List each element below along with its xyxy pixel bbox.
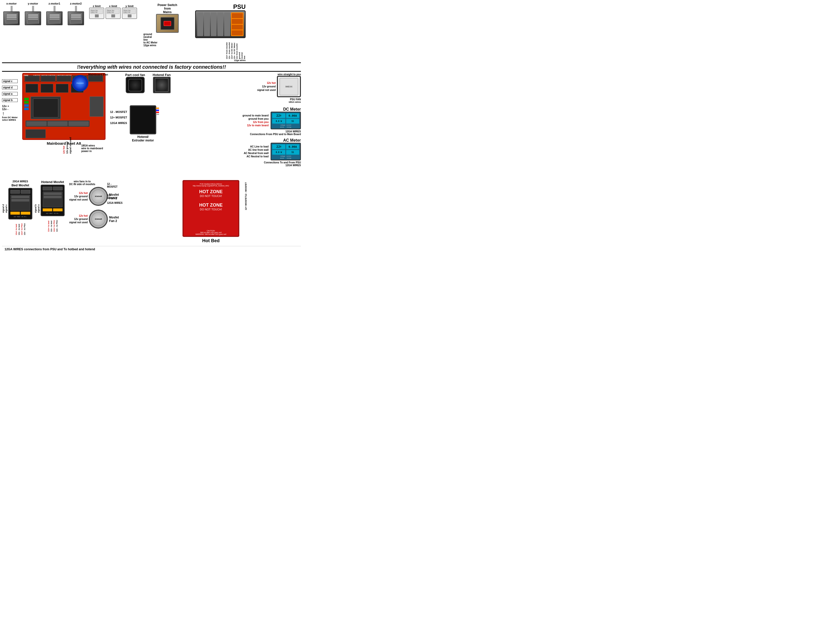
signal-a: signal a xyxy=(2,92,18,96)
x-limit-label: x limit xyxy=(109,5,117,8)
dc-meter-labels: ground to main board ground from psu 12v… xyxy=(243,114,269,127)
mosfet-12minus: 12 - MOSFET xyxy=(110,110,127,113)
ac-voltage: 229 xyxy=(272,144,286,149)
psu-fan-note: wire straight to psu xyxy=(278,73,301,76)
power-switch-label: Power Switch fromMains xyxy=(156,3,179,14)
mf2-12v-hot: 12v hot xyxy=(79,214,88,217)
bed-mosfet-area: signal d signal c 20GA WIRES Bed Mosfet xyxy=(2,180,32,235)
hotzone-warn-1: DO NOT TOUCH! xyxy=(200,195,222,198)
hotend-fan-label: Hotend Fan xyxy=(153,73,171,77)
hotend-mosfet-area: signal b signal a Hotend Mosfet xyxy=(34,180,64,232)
hotend-12v-minus-psu: 12v - to PSU xyxy=(56,217,58,232)
psu-fan-box: iMEXX xyxy=(277,76,301,97)
limits-group: z limit Store No: 1081732 x limit Store … xyxy=(89,5,137,19)
z-motor2-item: z-motor2 xyxy=(66,2,85,25)
bed-signal-labels: signal d signal c xyxy=(2,180,8,213)
main-container: x-motor y-motor xyxy=(0,0,303,254)
z-motor2-box xyxy=(68,11,84,25)
mosfet-12plus: 12+ MOSFET xyxy=(110,116,127,119)
warning-text: !!everything with wires not connected is… xyxy=(2,63,301,72)
part-cool-fan-box xyxy=(126,77,145,93)
ann-neutral: neutral xyxy=(143,35,194,39)
x-motor-box xyxy=(3,11,20,25)
hotbed-title: PCB Heatbed MK2a 300mmhttp://www.reprap.… xyxy=(193,183,229,187)
psu-vert-4: 12v from mosfet xyxy=(236,39,238,59)
hotend-mosfet-wire-labels: 12v+ to bed 12v - to bed 12v+ to PSU 12v… xyxy=(47,217,58,232)
signal-d: signal d xyxy=(2,85,18,89)
hotend-signal-labels: signal b signal a xyxy=(34,180,40,213)
mosfet-fan2-area: 12v hot 12v ground signal not used XGEAR… xyxy=(69,209,119,229)
mf1-signal: signal not used xyxy=(69,198,88,201)
mf2-signal: signal not used xyxy=(69,221,88,224)
psu-fan-18ga: 18GA wires xyxy=(288,101,301,103)
y-motor-box xyxy=(25,11,41,25)
middle-section: signal c signal d signal a signal b 12v … xyxy=(2,72,301,168)
x-motor-label: x-motor xyxy=(6,2,17,5)
psu-box xyxy=(195,10,246,38)
power-switch-annotations: ground neutral line to AC Meter 12ga wir… xyxy=(143,33,194,47)
z-limit-item: z limit Store No: 1081732 xyxy=(89,5,104,19)
bottom-section: signal d signal c 20GA WIRES Bed Mosfet xyxy=(2,178,301,243)
y-limit-switch: Store No: 1081732 xyxy=(122,8,137,19)
mainboard-area: signal c signal d signal a signal b 12v … xyxy=(2,73,108,145)
psu-vert-5: ground xyxy=(238,39,241,59)
bed-sig-c: signal c xyxy=(5,198,8,213)
hotend-fan-area: Hotend Fan xyxy=(153,73,171,93)
arrow-up-icon: ↑ xyxy=(2,111,18,116)
mosfet-fan1-circle: XGEAR xyxy=(89,187,108,206)
bed-12v-minus-bed: 12v - to bed xyxy=(18,220,20,235)
hotbed-area: 12 -MOSFET 12+MOSFET 12GA WIRES PCB Heat… xyxy=(121,180,301,243)
psu-vert-1: 12v - from mosfet xyxy=(228,39,230,59)
hotbed-side-labels-right: 12 - MOSFET 12+ MOSFET xyxy=(244,184,247,210)
bed-12v-minus-psu: 12v - to PSU xyxy=(24,220,26,235)
hotbed-label: Hot Bed xyxy=(202,238,220,243)
y-limit-label: y limit xyxy=(125,5,133,8)
mainboard-pcb: FAN2 X-MOTOR Y-MOTOR Z-MOTOR1 Z-MOTOR2 E… xyxy=(22,73,106,140)
dc-current: 0.00A xyxy=(286,113,299,118)
psu-vert-7: line xyxy=(243,39,246,59)
hotend-12v-plus-bed: 12v+ to bed xyxy=(47,217,50,232)
power-switch-box xyxy=(156,14,179,33)
psu-label: PSU xyxy=(233,3,246,10)
x-motor-item: x-motor xyxy=(2,2,21,25)
bed-20ga-note: 20GA WIRES xyxy=(13,180,28,183)
dc-ground-mainboard: ground to main board xyxy=(243,114,269,117)
mosfet-fan2-label: MosfetFan 2 xyxy=(109,216,119,223)
mosfet-labels: 12 - MOSFET 12+ MOSFET 12GA WIRES xyxy=(110,110,127,124)
y-motor-item: y-motor xyxy=(24,2,42,25)
bed-mosfet-wire-labels: 12v+ to bed 12v - to bed 12v+ to PSU 12v… xyxy=(15,220,26,235)
psu-fan-signal: signal not used xyxy=(257,89,276,92)
psu-fan-12v-hot: 12v hot xyxy=(267,82,276,84)
12v-minus: 12v - xyxy=(2,108,18,111)
hotend-12v-plus-psu: 12v+ to PSU xyxy=(53,217,55,232)
mf2-12v-ground: 12v ground xyxy=(74,218,88,221)
signal-c: signal c xyxy=(2,79,18,83)
ac-neutral-to-load: AC Neutral to load xyxy=(247,155,269,158)
bed-mosfet-pcb: HO⁺ BED DC IN + xyxy=(8,188,32,219)
bed-12v-plus-psu: 12v+ to PSU xyxy=(21,220,23,235)
mainboard-fan-visual: PASSED xyxy=(72,75,88,92)
psu-area: PSU xyxy=(195,3,246,62)
fans-note: wire fans in toDC IN side of mosfets xyxy=(69,180,95,186)
psu-fan-12v-ground: 12v ground xyxy=(262,85,276,88)
z-limit-switch: Store No: 1081732 xyxy=(89,8,104,19)
ann-12ga: 12ga wires xyxy=(143,44,194,47)
board-wire-annotations: 12v hot 12v ground signal not used xyxy=(63,138,72,154)
y-motor-label: y-motor xyxy=(28,2,38,5)
ac-line-from-wall: AC line from wall xyxy=(248,148,269,151)
bottom-note: 12GA WIRES connections from PSU and To h… xyxy=(2,246,301,252)
hotbed-warning-text: CAUTION: Still hot after LED goes out! W… xyxy=(194,230,228,235)
mosfet-fan1-labels: 12v hot 12v ground signal not used xyxy=(69,192,88,201)
hotbed-12ga: 12GA WIRES xyxy=(107,201,122,204)
part-cool-fan-area: Part cool fan xyxy=(125,73,145,93)
signal-labels-left: signal c signal d signal a signal b 12v … xyxy=(2,79,18,121)
psu-vert-2: 12v+ to DC Meter xyxy=(231,39,233,59)
psu-12ga-note: 12ga wires xyxy=(234,59,246,62)
dc-energy: 55 xyxy=(286,119,299,124)
bed-mosfet-col: 20GA WIRES Bed Mosfet HO⁺ BED xyxy=(8,180,32,235)
wire-signal-not-used: signal not used xyxy=(69,138,72,154)
psu-vert-3: 12v - to DC Meter xyxy=(233,39,235,59)
dc-12v-mainboard: 12v to main board xyxy=(247,124,269,127)
ac-line-to-load: AC Line to load xyxy=(250,145,269,148)
dc-meter-note: 12GA WIRESConnections From PSU and to Ma… xyxy=(250,130,301,135)
